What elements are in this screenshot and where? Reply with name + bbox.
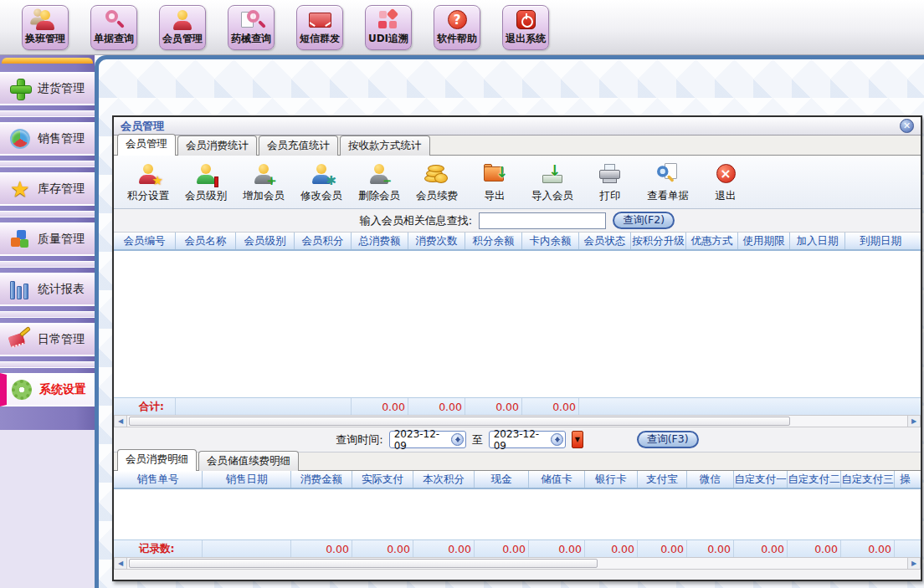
column-header[interactable]: 自定支付一 [734,471,788,488]
member-search-input[interactable] [479,212,606,229]
sidebar-divider [0,361,95,368]
top-button-member-management[interactable]: 会员管理 [159,5,206,50]
export-button[interactable]: ↓ 导出 [469,158,521,207]
add-member-button[interactable]: ＋ 增加会员 [238,158,290,207]
window-toolbar: ★ 积分设置 会员级别 ＋ 增加会员 [114,156,921,209]
column-header[interactable]: 现金 [475,471,529,488]
column-header[interactable]: 微信 [687,471,734,488]
top-button-receipt-query[interactable]: 单据查询 [90,5,137,50]
tab-member-management[interactable]: 会员管理 [117,134,176,156]
sidebar-item-purchase[interactable]: 进货管理 [0,72,95,105]
member-table-body[interactable] [114,251,921,397]
sidebar-item-statistics[interactable]: 统计报表 [0,273,95,306]
points-settings-button[interactable]: ★ 积分设置 [122,158,174,207]
top-button-label: 换班管理 [25,32,65,46]
sidebar-item-sales[interactable]: 销售管理 [0,122,95,156]
sidebar-item-system-settings[interactable]: 系统设置 [0,373,95,406]
member-renewal-button[interactable]: 会员续费 [411,158,463,207]
totals-cell [686,398,738,415]
column-header[interactable]: 销售日期 [203,471,291,488]
green-plus-icon [8,78,32,100]
column-header[interactable]: 会员级别 [236,233,295,249]
column-header[interactable]: 操 [895,471,916,488]
date-dropdown-button[interactable]: ▼ [572,431,583,448]
power-icon [511,9,541,31]
column-header[interactable]: 会员积分 [295,233,352,249]
sidebar-item-quality[interactable]: 质量管理 [0,222,95,256]
view-receipt-button[interactable]: 查看单据 [642,158,694,207]
date-from-picker[interactable]: 2023-12-09 [389,431,466,448]
top-button-sms-broadcast[interactable]: 短信群发 [296,5,343,50]
gear-icon [10,379,33,401]
column-header[interactable]: 优惠方式 [686,233,738,249]
person-plus-icon: ＋ [249,161,279,187]
column-header[interactable]: 支付宝 [638,471,687,488]
column-header[interactable]: 使用期限 [738,233,790,249]
column-header[interactable]: 实际支付 [352,471,413,488]
toolbar-button-label: 会员级别 [185,189,227,203]
exit-button[interactable]: × 退出 [700,158,752,207]
sidebar-divider [0,161,95,167]
sidebar-item-label: 库存管理 [38,182,85,197]
scroll-left-icon[interactable]: ◀ [115,416,127,427]
search-f2-button[interactable]: 查询(F2) [613,212,675,229]
column-header[interactable]: 会员名称 [176,233,236,249]
column-header[interactable]: 卡内余额 [522,233,579,249]
column-header[interactable]: 消费金额 [291,471,352,488]
printer-icon [595,161,625,187]
date-to-picker[interactable]: 2023-12-09 [489,431,566,448]
toolbar-button-label: 导出 [485,189,506,203]
column-header[interactable]: 积分余额 [465,233,522,249]
date-spinner-icon[interactable] [551,433,563,446]
detail-table-body[interactable] [114,489,921,539]
scrollbar-thumb[interactable] [129,417,790,426]
top-button-udi-trace[interactable]: UDI追溯 [365,5,412,50]
sidebar-divider [0,110,95,117]
tab-stored-value-renewal-detail[interactable]: 会员储值续费明细 [198,451,299,471]
top-button-software-help[interactable]: ? 软件帮助 [434,5,480,50]
tab-payment-method-stats[interactable]: 按收款方式统计 [340,135,430,156]
date-spinner-icon[interactable] [451,433,464,446]
sidebar-item-inventory[interactable]: ★ 库存管理 [0,172,95,206]
column-header[interactable]: 银行卡 [585,471,638,488]
column-header[interactable]: 按积分升级 [631,233,686,249]
scroll-right-icon[interactable]: ▶ [907,558,920,569]
top-button-label: 退出系统 [506,32,546,46]
import-members-button[interactable]: ↓ 导入会员 [526,158,578,207]
column-header[interactable]: 消费次数 [408,233,465,249]
query-time-label: 查询时间: [336,432,382,447]
top-button-exit-system[interactable]: 退出系统 [502,5,549,50]
person-star-icon: ★ [133,161,163,187]
scroll-left-icon[interactable]: ◀ [115,558,127,569]
window-tabs: 会员管理 会员消费统计 会员充值统计 按收款方式统计 [114,135,921,156]
scroll-right-icon[interactable]: ▶ [907,416,920,427]
top-button-shift-management[interactable]: 换班管理 [22,5,69,50]
column-header[interactable]: 自定支付三 [841,471,895,488]
column-header[interactable]: 会员编号 [114,233,176,249]
column-header[interactable]: 会员状态 [579,233,631,249]
tab-recharge-stats[interactable]: 会员充值统计 [259,135,338,156]
column-header[interactable]: 总消费额 [352,233,408,249]
top-button-label: 短信群发 [300,32,340,46]
column-header[interactable]: 储值卡 [529,471,585,488]
column-header[interactable]: 加入日期 [790,233,845,249]
column-header[interactable]: 本次积分 [413,471,475,488]
delete-member-button[interactable]: － 删除会员 [353,158,405,207]
sidebar-item-label: 质量管理 [38,232,85,247]
top-button-medicine-query[interactable]: 药械查询 [228,5,275,50]
scrollbar-thumb[interactable] [129,559,598,568]
sidebar-item-daily[interactable]: 日常管理 [0,323,95,356]
tab-consumption-stats[interactable]: 会员消费统计 [177,135,257,156]
member-table-hscrollbar[interactable]: ◀ ▶ [114,415,921,427]
column-header[interactable]: 到期日期 [845,233,916,249]
detail-table-hscrollbar[interactable]: ◀ ▶ [114,557,921,570]
member-level-button[interactable]: 会员级别 [180,158,232,207]
edit-member-button[interactable]: ✱ 修改会员 [295,158,347,207]
print-button[interactable]: 打印 [584,158,636,207]
tab-consumption-detail[interactable]: 会员消费明细 [117,449,197,471]
column-header[interactable]: 自定支付二 [788,471,841,488]
close-icon[interactable]: ✕ [900,119,914,133]
totals-cell [845,398,916,415]
query-f3-button[interactable]: 查询(F3) [637,431,699,448]
column-header[interactable]: 销售单号 [114,471,203,488]
